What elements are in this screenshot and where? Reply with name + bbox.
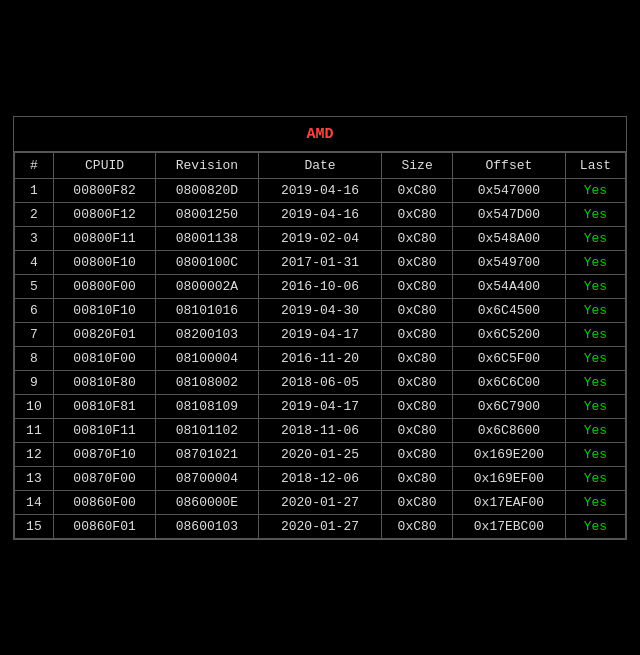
cell-num: 14 xyxy=(15,490,54,514)
cell-last: Yes xyxy=(565,202,625,226)
cell-revision: 08700004 xyxy=(156,466,258,490)
cell-revision: 0800820D xyxy=(156,178,258,202)
cell-last: Yes xyxy=(565,394,625,418)
cell-cpuid: 00800F12 xyxy=(53,202,155,226)
table-row: 1100810F11081011022018-11-060xC800x6C860… xyxy=(15,418,626,442)
cell-cpuid: 00810F00 xyxy=(53,346,155,370)
cell-num: 9 xyxy=(15,370,54,394)
table-row: 1300870F00087000042018-12-060xC800x169EF… xyxy=(15,466,626,490)
table-row: 700820F01082001032019-04-170xC800x6C5200… xyxy=(15,322,626,346)
cell-size: 0xC80 xyxy=(382,418,453,442)
cell-offset: 0x6C4500 xyxy=(452,298,565,322)
cell-last: Yes xyxy=(565,298,625,322)
table-row: 400800F100800100C2017-01-310xC800x549700… xyxy=(15,250,626,274)
cell-date: 2018-12-06 xyxy=(258,466,382,490)
cell-num: 6 xyxy=(15,298,54,322)
cell-cpuid: 00810F81 xyxy=(53,394,155,418)
column-header-offset: Offset xyxy=(452,152,565,178)
cell-last: Yes xyxy=(565,322,625,346)
table-row: 800810F00081000042016-11-200xC800x6C5F00… xyxy=(15,346,626,370)
cell-last: Yes xyxy=(565,418,625,442)
cell-date: 2019-04-16 xyxy=(258,202,382,226)
main-container: AMD #CPUIDRevisionDateSizeOffsetLast 100… xyxy=(13,116,627,540)
cell-cpuid: 00860F01 xyxy=(53,514,155,538)
cell-size: 0xC80 xyxy=(382,298,453,322)
cell-date: 2019-04-17 xyxy=(258,322,382,346)
table-row: 1500860F01086001032020-01-270xC800x17EBC… xyxy=(15,514,626,538)
cell-offset: 0x547000 xyxy=(452,178,565,202)
cell-last: Yes xyxy=(565,514,625,538)
cell-revision: 08701021 xyxy=(156,442,258,466)
cell-last: Yes xyxy=(565,226,625,250)
cell-offset: 0x17EAF00 xyxy=(452,490,565,514)
cell-date: 2018-06-05 xyxy=(258,370,382,394)
cell-num: 4 xyxy=(15,250,54,274)
cell-revision: 08108109 xyxy=(156,394,258,418)
column-header-cpuid: CPUID xyxy=(53,152,155,178)
column-header-size: Size xyxy=(382,152,453,178)
cell-offset: 0x17EBC00 xyxy=(452,514,565,538)
cell-last: Yes xyxy=(565,442,625,466)
table-row: 1400860F000860000E2020-01-270xC800x17EAF… xyxy=(15,490,626,514)
cell-last: Yes xyxy=(565,178,625,202)
cell-size: 0xC80 xyxy=(382,442,453,466)
cell-cpuid: 00810F80 xyxy=(53,370,155,394)
cell-size: 0xC80 xyxy=(382,370,453,394)
cell-size: 0xC80 xyxy=(382,226,453,250)
column-header-#: # xyxy=(15,152,54,178)
cell-num: 2 xyxy=(15,202,54,226)
cell-last: Yes xyxy=(565,466,625,490)
cell-revision: 08101102 xyxy=(156,418,258,442)
cell-size: 0xC80 xyxy=(382,394,453,418)
table-row: 900810F80081080022018-06-050xC800x6C6C00… xyxy=(15,370,626,394)
cell-cpuid: 00820F01 xyxy=(53,322,155,346)
table-row: 1000810F81081081092019-04-170xC800x6C790… xyxy=(15,394,626,418)
cell-size: 0xC80 xyxy=(382,346,453,370)
cell-offset: 0x548A00 xyxy=(452,226,565,250)
table-row: 1200870F10087010212020-01-250xC800x169E2… xyxy=(15,442,626,466)
cell-num: 13 xyxy=(15,466,54,490)
cell-cpuid: 00870F00 xyxy=(53,466,155,490)
cell-date: 2020-01-27 xyxy=(258,514,382,538)
cell-revision: 08101016 xyxy=(156,298,258,322)
cell-offset: 0x169EF00 xyxy=(452,466,565,490)
title-row: AMD xyxy=(14,117,626,152)
table-header: #CPUIDRevisionDateSizeOffsetLast xyxy=(15,152,626,178)
cell-num: 5 xyxy=(15,274,54,298)
cell-cpuid: 00800F00 xyxy=(53,274,155,298)
cell-date: 2016-11-20 xyxy=(258,346,382,370)
cell-num: 1 xyxy=(15,178,54,202)
cell-cpuid: 00860F00 xyxy=(53,490,155,514)
cell-last: Yes xyxy=(565,490,625,514)
cell-revision: 08001138 xyxy=(156,226,258,250)
table-row: 300800F11080011382019-02-040xC800x548A00… xyxy=(15,226,626,250)
cell-cpuid: 00810F11 xyxy=(53,418,155,442)
cell-date: 2018-11-06 xyxy=(258,418,382,442)
cell-offset: 0x6C8600 xyxy=(452,418,565,442)
cell-date: 2019-04-16 xyxy=(258,178,382,202)
cell-size: 0xC80 xyxy=(382,322,453,346)
page-title: AMD xyxy=(306,126,333,143)
cell-size: 0xC80 xyxy=(382,250,453,274)
column-header-date: Date xyxy=(258,152,382,178)
table-body: 100800F820800820D2019-04-160xC800x547000… xyxy=(15,178,626,538)
cell-date: 2019-04-17 xyxy=(258,394,382,418)
cell-date: 2016-10-06 xyxy=(258,274,382,298)
cell-revision: 08600103 xyxy=(156,514,258,538)
cell-offset: 0x547D00 xyxy=(452,202,565,226)
cell-offset: 0x6C5F00 xyxy=(452,346,565,370)
column-header-revision: Revision xyxy=(156,152,258,178)
cell-size: 0xC80 xyxy=(382,178,453,202)
table-row: 600810F10081010162019-04-300xC800x6C4500… xyxy=(15,298,626,322)
table-row: 200800F12080012502019-04-160xC800x547D00… xyxy=(15,202,626,226)
cell-num: 15 xyxy=(15,514,54,538)
cell-offset: 0x6C5200 xyxy=(452,322,565,346)
cell-cpuid: 00870F10 xyxy=(53,442,155,466)
data-table: #CPUIDRevisionDateSizeOffsetLast 100800F… xyxy=(14,152,626,539)
cell-cpuid: 00810F10 xyxy=(53,298,155,322)
cell-cpuid: 00800F10 xyxy=(53,250,155,274)
cell-size: 0xC80 xyxy=(382,490,453,514)
cell-size: 0xC80 xyxy=(382,466,453,490)
cell-revision: 0800100C xyxy=(156,250,258,274)
column-header-last: Last xyxy=(565,152,625,178)
